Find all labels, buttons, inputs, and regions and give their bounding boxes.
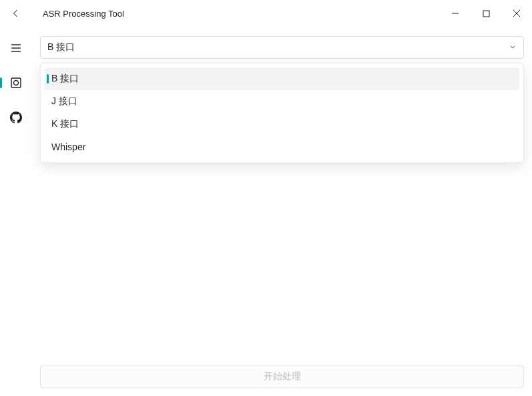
sidebar-item-github[interactable] [5,107,27,128]
interface-option-label: K 接口 [51,118,79,130]
svg-rect-1 [483,11,489,17]
interface-option-label: Whisper [51,142,85,152]
window-controls [440,3,532,24]
maximize-icon [483,10,490,17]
interface-select: B 接口 B 接口 J 接口 K 接口 Whisper [40,36,524,59]
close-icon [513,9,521,17]
svg-rect-7 [11,78,21,87]
interface-select-value: B 接口 [47,41,75,53]
interface-option-label: B 接口 [51,73,79,85]
interface-option-label: J 接口 [51,95,77,108]
hamburger-icon [10,42,22,54]
interface-option[interactable]: J 接口 [45,90,519,113]
minimize-icon [451,9,459,17]
target-icon [10,77,22,89]
interface-option[interactable]: B 接口 [45,67,519,90]
start-button-label: 开始处理 [264,371,301,383]
minimize-button[interactable] [440,3,471,24]
interface-option[interactable]: Whisper [45,136,519,158]
footer: 开始处理 [40,365,524,388]
app-shell: B 接口 B 接口 J 接口 K 接口 Whisper [0,27,532,396]
arrow-left-icon [11,8,21,19]
start-button[interactable]: 开始处理 [40,365,524,388]
title-bar: ASR Processing Tool [0,0,532,27]
back-button[interactable] [5,3,27,24]
sidebar [0,27,32,396]
main-panel: B 接口 B 接口 J 接口 K 接口 Whisper [32,27,532,396]
chevron-down-icon [509,42,517,53]
close-button[interactable] [501,3,532,24]
interface-option[interactable]: K 接口 [45,113,519,136]
sidebar-item-process[interactable] [5,72,27,93]
svg-point-8 [14,81,19,85]
sidebar-item-menu[interactable] [5,37,27,59]
interface-select-dropdown: B 接口 J 接口 K 接口 Whisper [40,63,524,163]
maximize-button[interactable] [471,3,501,24]
github-icon [10,112,22,124]
interface-select-box[interactable]: B 接口 [40,36,524,59]
window-title: ASR Processing Tool [43,9,124,19]
